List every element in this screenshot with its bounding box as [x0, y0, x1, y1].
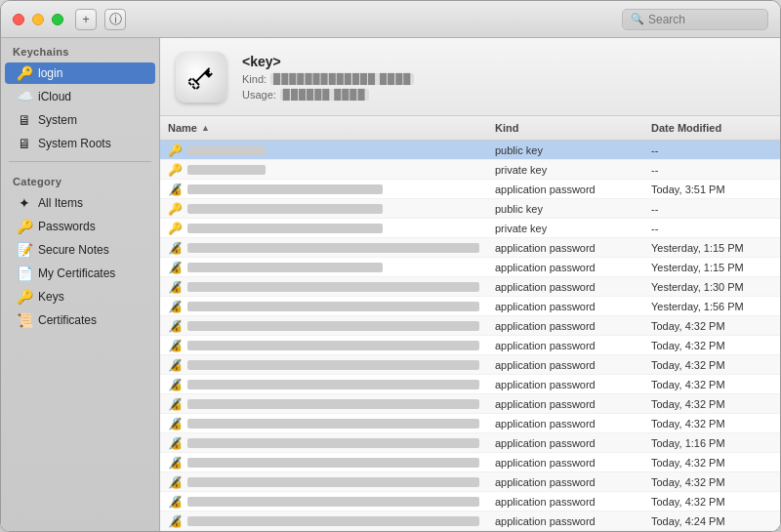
search-bar[interactable]: 🔍 [622, 9, 768, 30]
table-cell-date: Today, 1:16 PM [643, 437, 780, 449]
row-name-blurred [187, 438, 479, 448]
table-cell-date: Yesterday, 1:15 PM [643, 242, 780, 254]
table-row[interactable]: 🔏application passwordToday, 3:51 PM [160, 180, 780, 199]
table-cell-date: Today, 4:32 PM [643, 320, 780, 332]
row-type-icon: 🔑 [168, 202, 182, 216]
certificates-icon: 📜 [17, 312, 32, 328]
traffic-lights [13, 14, 63, 25]
table-cell-name: 🔏 [160, 241, 487, 255]
close-button[interactable] [13, 14, 24, 25]
table-cell-name: 🔏 [160, 183, 487, 196]
table-cell-date: Yesterday, 1:56 PM [643, 301, 780, 312]
row-type-icon: 🔏 [168, 300, 182, 313]
table-row[interactable]: 🔏application passwordToday, 4:32 PM [160, 453, 780, 472]
table-row[interactable]: 🔏application passwordToday, 4:32 PM [160, 472, 780, 492]
table-row[interactable]: 🔏application passwordToday, 4:32 PM [160, 336, 780, 355]
row-name-blurred [187, 360, 479, 370]
table-row[interactable]: 🔑private key-- [160, 219, 780, 238]
table-row[interactable]: 🔏application passwordToday, 4:32 PM [160, 492, 780, 512]
detail-usage-value: ██████ ████ [280, 89, 369, 101]
table-cell-date: Today, 3:51 PM [643, 184, 780, 195]
table-cell-kind: application password [487, 340, 643, 351]
table-cell-kind: application password [487, 184, 643, 195]
detail-usage-label: Usage: [242, 89, 276, 101]
row-name-blurred [187, 516, 479, 526]
row-name-blurred [187, 458, 479, 468]
system-label: System [38, 113, 77, 127]
row-name-blurred [187, 145, 266, 155]
table-container[interactable]: Name ▲ Kind Date Modified 🔑public key--🔑… [160, 116, 780, 531]
table-cell-kind: private key [487, 164, 643, 176]
detail-usage-row: Usage: ██████ ████ [242, 89, 414, 101]
my-certificates-label: My Certificates [38, 266, 115, 280]
system-roots-label: System Roots [38, 137, 111, 150]
system-icon: 🖥 [17, 112, 32, 128]
table-cell-date: -- [643, 164, 780, 176]
column-name-header[interactable]: Name ▲ [160, 120, 487, 136]
sidebar-item-certificates[interactable]: 📜 Certificates [5, 309, 155, 331]
table-cell-name: 🔏 [160, 319, 487, 333]
secure-notes-label: Secure Notes [38, 243, 109, 257]
search-input[interactable] [648, 13, 760, 26]
table-row[interactable]: 🔏application passwordToday, 4:24 PM [160, 512, 780, 531]
table-cell-name: 🔏 [160, 456, 487, 470]
maximize-button[interactable] [52, 14, 63, 25]
sidebar-item-login[interactable]: 🔑 login [5, 62, 155, 84]
column-kind-header[interactable]: Kind [487, 120, 643, 136]
row-name-blurred [187, 282, 479, 292]
table-body: 🔑public key--🔑private key--🔏application … [160, 141, 780, 531]
key-icon-container: 🗝 [176, 52, 226, 102]
certificates-label: Certificates [38, 313, 97, 327]
icloud-icon: ☁️ [17, 89, 32, 104]
table-row[interactable]: 🔏application passwordToday, 1:16 PM [160, 433, 780, 453]
table-cell-name: 🔏 [160, 436, 487, 450]
sidebar-item-secure-notes[interactable]: 📝 Secure Notes [5, 239, 155, 261]
table-cell-kind: application password [487, 476, 643, 488]
detail-kind-label: Kind: [242, 73, 267, 85]
sidebar-item-system-roots[interactable]: 🖥 System Roots [5, 133, 155, 154]
row-name-blurred [187, 224, 383, 233]
table-row[interactable]: 🔏application passwordYesterday, 1:30 PM [160, 277, 780, 297]
row-type-icon: 🔏 [168, 339, 182, 352]
sidebar-item-passwords[interactable]: 🔑 Passwords [5, 216, 155, 237]
table-cell-kind: application password [487, 301, 643, 312]
main-window: + ⓘ 🔍 Keychains 🔑 login ☁️ iCloud 🖥 Syst… [0, 0, 781, 532]
table-row[interactable]: 🔑private key-- [160, 160, 780, 180]
table-cell-name: 🔏 [160, 514, 487, 528]
table-cell-date: Today, 4:32 PM [643, 418, 780, 430]
table-cell-name: 🔏 [160, 397, 487, 411]
sidebar-item-keys[interactable]: 🔑 Keys [5, 286, 155, 307]
passwords-icon: 🔑 [17, 219, 32, 234]
table-row[interactable]: 🔏application passwordYesterday, 1:15 PM [160, 238, 780, 258]
table-cell-date: Today, 4:32 PM [643, 457, 780, 469]
toolbar-controls: + ⓘ [75, 9, 126, 30]
table-row[interactable]: 🔏application passwordToday, 4:32 PM [160, 316, 780, 336]
column-date-header[interactable]: Date Modified [643, 120, 780, 136]
table-row[interactable]: 🔏application passwordYesterday, 1:15 PM [160, 258, 780, 277]
row-type-icon: 🔏 [168, 183, 182, 196]
sort-arrow-icon: ▲ [201, 123, 210, 133]
table-row[interactable]: 🔑public key-- [160, 199, 780, 219]
sidebar-item-system[interactable]: 🖥 System [5, 109, 155, 131]
detail-title: <key> [242, 54, 414, 69]
keychains-section-label: Keychains [1, 38, 159, 61]
table-row[interactable]: 🔏application passwordToday, 4:32 PM [160, 394, 780, 414]
sidebar-item-all-items[interactable]: ✦ All Items [5, 192, 155, 214]
table-row[interactable]: 🔏application passwordToday, 4:32 PM [160, 375, 780, 394]
minimize-button[interactable] [32, 14, 44, 25]
table-row[interactable]: 🔏application passwordToday, 4:32 PM [160, 414, 780, 433]
login-label: login [38, 66, 62, 80]
table-row[interactable]: 🔑public key-- [160, 141, 780, 160]
table-row[interactable]: 🔏application passwordToday, 4:32 PM [160, 355, 780, 375]
keys-icon: 🔑 [17, 289, 32, 305]
table-cell-kind: application password [487, 437, 643, 449]
table-cell-name: 🔏 [160, 280, 487, 294]
category-section-label: Category [1, 168, 159, 191]
sidebar-item-icloud[interactable]: ☁️ iCloud [5, 86, 155, 107]
table-cell-date: Today, 4:32 PM [643, 359, 780, 371]
add-button[interactable]: + [75, 9, 97, 30]
sidebar-item-my-certificates[interactable]: 📄 My Certificates [5, 263, 155, 284]
table-row[interactable]: 🔏application passwordYesterday, 1:56 PM [160, 297, 780, 316]
info-button[interactable]: ⓘ [104, 9, 126, 30]
key-icon: 🗝 [179, 55, 223, 99]
